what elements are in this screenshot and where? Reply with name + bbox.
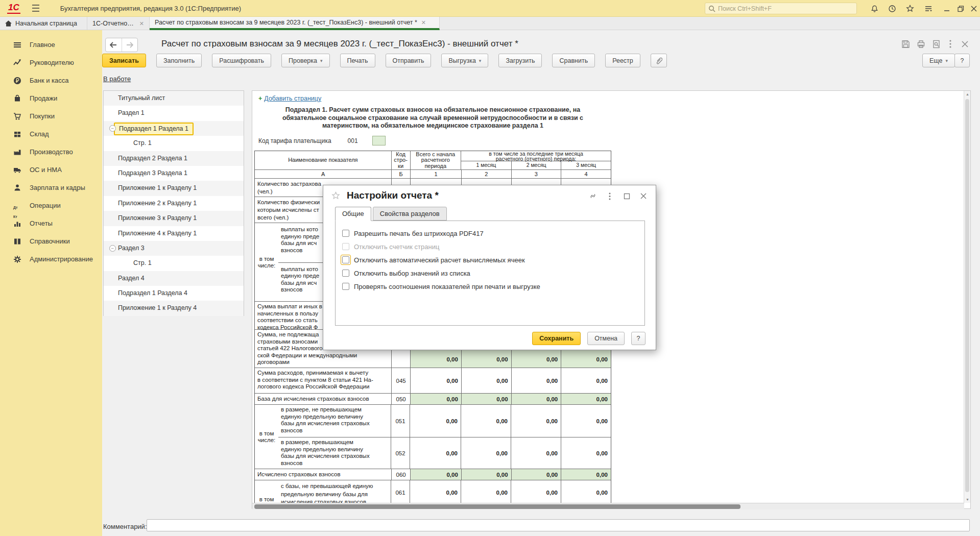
help-button[interactable]: ?	[631, 332, 646, 345]
sidebar-item-manager[interactable]: Руководителю	[0, 54, 102, 71]
service-menu-icon[interactable]	[924, 4, 933, 13]
sidebar-item-main[interactable]: Главное	[0, 36, 102, 54]
tab-report-active[interactable]: Расчет по страховым взносам за 9 месяцев…	[150, 17, 440, 30]
value-cell[interactable]: 0,00	[461, 480, 511, 503]
section-item[interactable]: Стр. 1	[104, 256, 244, 271]
check-dropdown-button[interactable]: Проверка▾	[281, 54, 330, 67]
close-icon[interactable]	[969, 4, 978, 13]
close-icon[interactable]	[639, 192, 648, 200]
checkbox-check-ratios[interactable]: Проверять соотношения показателей при пе…	[341, 280, 639, 293]
section-item[interactable]: Подраздел 1 Раздела 4	[104, 286, 244, 301]
status-link[interactable]: В работе	[103, 75, 131, 83]
close-tab-icon[interactable]: ✕	[139, 20, 144, 27]
section-item[interactable]: Раздел 1	[104, 106, 244, 120]
section-item[interactable]: Стр. 1	[104, 136, 244, 151]
value-cell[interactable]: 0,00	[410, 437, 461, 469]
checkbox-icon[interactable]	[342, 270, 349, 277]
horizontal-scrollbar[interactable]	[252, 503, 964, 509]
value-cell[interactable]: 0,00	[511, 394, 561, 404]
section-item[interactable]: Приложение 1 к Разделу 4	[104, 301, 244, 315]
value-cell[interactable]: 0,00	[561, 469, 611, 480]
export-dropdown-button[interactable]: Выгрузка▾	[441, 54, 488, 67]
section-item[interactable]: Приложение 4 к Разделу 1	[104, 226, 244, 241]
sidebar-item-directories[interactable]: Справочники	[0, 232, 102, 250]
fill-button[interactable]: Заполнить	[156, 54, 202, 67]
section-item[interactable]: − Раздел 3	[104, 241, 244, 256]
section-item[interactable]: Раздел 4	[104, 271, 244, 286]
value-cell[interactable]: 0,00	[561, 405, 611, 437]
back-button[interactable]	[106, 38, 122, 52]
comment-input[interactable]	[147, 519, 970, 531]
section-item-selected[interactable]: − Подраздел 1 Раздела 1	[104, 121, 244, 136]
sidebar-item-purchases[interactable]: Покупки	[0, 107, 102, 125]
save-button[interactable]: Записать	[102, 54, 146, 67]
value-cell[interactable]: 0,00	[410, 368, 461, 393]
more-button[interactable]: Еще▾	[922, 54, 955, 67]
section-item[interactable]: Титульный лист	[104, 91, 244, 106]
tab-section-properties[interactable]: Свойства разделов	[373, 207, 447, 221]
value-cell[interactable]: 0,00	[511, 405, 561, 437]
sidebar-item-administration[interactable]: Администрирование	[0, 250, 102, 268]
more-dots-icon[interactable]	[945, 39, 955, 49]
favorites-star-icon[interactable]	[905, 4, 915, 13]
tariff-code-input[interactable]	[372, 136, 386, 145]
forward-button[interactable]	[122, 38, 138, 52]
close-tab-icon[interactable]: ✕	[421, 19, 426, 26]
registry-button[interactable]: Реестр	[605, 54, 640, 67]
value-cell[interactable]: 0,00	[511, 469, 561, 480]
value-cell[interactable]: 0,00	[461, 405, 511, 437]
value-cell[interactable]: 0,00	[461, 437, 511, 469]
value-cell[interactable]: 0,00	[511, 437, 561, 469]
sidebar-item-fixed-assets[interactable]: ОС и НМА	[0, 161, 102, 179]
print-button[interactable]: Печать	[340, 54, 375, 67]
checkbox-allow-print-without-barcode[interactable]: Разрешить печать без штрихкода PDF417	[341, 227, 639, 240]
vertical-scrollbar[interactable]: ▲ ▼	[964, 91, 970, 503]
scroll-up-icon[interactable]: ▲	[966, 92, 969, 96]
tab-general[interactable]: Общие	[335, 207, 371, 221]
sidebar-item-operations[interactable]: Дт Кт Операции	[0, 197, 102, 214]
sidebar-item-bank-cash[interactable]: Банк и касса	[0, 71, 102, 89]
value-cell[interactable]: 0,00	[461, 368, 511, 393]
checkbox-disable-list-choice[interactable]: Отключить выбор значений из списка	[341, 266, 639, 280]
checkbox-icon[interactable]	[342, 283, 349, 290]
collapse-icon[interactable]: −	[109, 245, 116, 252]
value-cell[interactable]: 0,00	[461, 469, 511, 480]
add-page-link[interactable]: +Добавить страницу	[258, 95, 321, 102]
more-dots-icon[interactable]	[606, 192, 614, 200]
scrollbar-thumb[interactable]	[965, 99, 969, 492]
checkbox-icon[interactable]	[342, 230, 349, 237]
close-form-icon[interactable]	[960, 39, 970, 49]
section-item[interactable]: Приложение 2 к Разделу 1	[104, 196, 244, 211]
print-preview-icon[interactable]	[931, 39, 941, 49]
scroll-down-icon[interactable]: ▼	[966, 498, 969, 501]
main-menu-icon[interactable]	[32, 5, 40, 12]
help-button[interactable]: ?	[954, 54, 970, 67]
collapse-icon[interactable]: −	[109, 125, 116, 132]
value-cell[interactable]: 0,00	[511, 368, 561, 393]
scrollbar-thumb[interactable]	[254, 504, 740, 509]
load-button[interactable]: Загрузить	[498, 54, 542, 67]
value-cell[interactable]: 0,00	[410, 394, 461, 404]
print-icon[interactable]	[916, 39, 926, 49]
sidebar-item-production[interactable]: Производство	[0, 143, 102, 161]
checkbox-disable-auto-calc[interactable]: Отключить автоматический расчет вычисляе…	[341, 253, 639, 266]
favorite-star-icon[interactable]	[331, 191, 340, 200]
value-cell[interactable]: 0,00	[511, 480, 561, 503]
sidebar-item-sales[interactable]: Продажи	[0, 89, 102, 107]
value-cell[interactable]: 0,00	[410, 469, 461, 480]
value-cell[interactable]: 0,00	[410, 405, 461, 437]
save-settings-button[interactable]: Сохранить	[532, 332, 581, 345]
section-item[interactable]: Приложение 3 к Разделу 1	[104, 211, 244, 226]
sidebar-item-payroll-hr[interactable]: Зарплата и кадры	[0, 179, 102, 197]
compare-button[interactable]: Сравнить	[552, 54, 595, 67]
attachments-button[interactable]	[651, 54, 667, 67]
decrypt-button[interactable]: Расшифровать	[212, 54, 271, 67]
link-icon[interactable]	[589, 192, 597, 200]
cancel-button[interactable]: Отмена	[587, 332, 625, 345]
maximize-icon[interactable]	[623, 192, 631, 200]
send-button[interactable]: Отправить	[386, 54, 432, 67]
history-icon[interactable]	[888, 4, 897, 13]
section-item[interactable]: Приложение 1 к Разделу 1	[104, 181, 244, 196]
value-cell[interactable]: 0,00	[461, 394, 511, 404]
tab-1c-reporting[interactable]: 1С-Отчетность ✕	[87, 17, 150, 30]
